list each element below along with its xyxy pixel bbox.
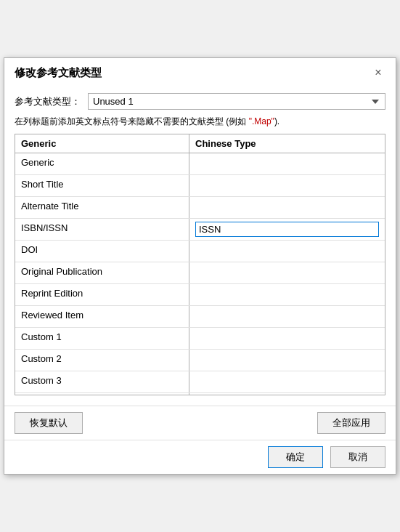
chinese-field-input[interactable] xyxy=(195,265,379,281)
title-bar: 修改参考文献类型 × xyxy=(4,58,396,86)
chinese-field-cell xyxy=(189,328,385,349)
confirm-row: 确定 取消 xyxy=(4,440,396,474)
generic-field-label: Custom 3 xyxy=(15,371,189,392)
chinese-field-input[interactable] xyxy=(195,309,379,324)
chinese-field-cell xyxy=(189,175,385,196)
apply-all-button[interactable]: 全部应用 xyxy=(317,412,385,434)
hint-highlight: ".Map" xyxy=(249,116,274,126)
chinese-field-cell xyxy=(189,219,385,240)
col-chinese-header: Chinese Type xyxy=(189,134,385,153)
chinese-field-input[interactable] xyxy=(195,200,379,215)
cancel-button[interactable]: 取消 xyxy=(330,446,385,468)
generic-field-label: Alternate Title xyxy=(15,197,189,218)
field-mapping-table: Generic Chinese Type GenericShort TitleA… xyxy=(15,134,385,395)
ref-type-select[interactable]: Unused 1 Unused 2 Unused 3 xyxy=(88,93,385,110)
hint-after: ). xyxy=(274,116,279,126)
generic-field-label: Original Publication xyxy=(15,262,189,283)
dialog-body: 参考文献类型： Unused 1 Unused 2 Unused 3 在列标题前… xyxy=(4,86,396,403)
chinese-field-input[interactable] xyxy=(195,331,379,346)
dialog: 修改参考文献类型 × 参考文献类型： Unused 1 Unused 2 Unu… xyxy=(4,57,396,475)
dialog-title: 修改参考文献类型 xyxy=(15,66,102,80)
chinese-field-cell xyxy=(189,306,385,327)
chinese-field-input[interactable] xyxy=(195,178,379,193)
chinese-field-cell xyxy=(189,153,385,174)
generic-field-label: ISBN/ISSN xyxy=(15,219,189,240)
chinese-field-cell xyxy=(189,262,385,283)
chinese-field-input[interactable] xyxy=(195,222,379,237)
generic-field-label: Short Title xyxy=(15,175,189,196)
confirm-button[interactable]: 确定 xyxy=(268,446,323,468)
footer-buttons: 恢复默认 全部应用 xyxy=(4,406,396,440)
table-row: Short Title xyxy=(15,175,385,197)
chinese-field-cell xyxy=(189,197,385,218)
generic-field-label: Generic xyxy=(15,153,189,174)
close-button[interactable]: × xyxy=(371,65,385,80)
generic-field-label: DOI xyxy=(15,241,189,262)
table-row: Reviewed Item xyxy=(15,306,385,328)
generic-field-label: Custom 1 xyxy=(15,328,189,349)
table-row: Original Publication xyxy=(15,262,385,284)
table-row: Alternate Title xyxy=(15,197,385,219)
table-row: Generic xyxy=(15,153,385,175)
generic-field-label: Reprint Edition xyxy=(15,284,189,305)
table-scroll-area[interactable]: GenericShort TitleAlternate TitleISBN/IS… xyxy=(15,153,385,395)
table-header: Generic Chinese Type xyxy=(15,134,385,153)
chinese-field-input[interactable] xyxy=(195,352,379,368)
table-row: Custom 1 xyxy=(15,328,385,350)
chinese-field-cell xyxy=(189,241,385,262)
ref-type-row: 参考文献类型： Unused 1 Unused 2 Unused 3 xyxy=(15,93,385,110)
chinese-field-input[interactable] xyxy=(195,243,379,259)
chinese-field-input[interactable] xyxy=(195,374,379,390)
table-row: Custom 4 xyxy=(15,393,385,395)
chinese-field-cell xyxy=(189,284,385,305)
hint-text: 在列标题前添加英文标点符号来隐藏不需要的文献类型 (例如 ".Map"). xyxy=(15,116,385,128)
table-row: ISBN/ISSN xyxy=(15,219,385,241)
col-generic-header: Generic xyxy=(15,134,189,153)
table-row: DOI xyxy=(15,241,385,262)
chinese-field-cell xyxy=(189,350,385,371)
ref-type-label: 参考文献类型： xyxy=(15,95,81,108)
table-row: Reprint Edition xyxy=(15,284,385,306)
generic-field-label: Custom 2 xyxy=(15,350,189,371)
chinese-field-cell xyxy=(189,393,385,395)
table-row: Custom 2 xyxy=(15,350,385,371)
chinese-field-cell xyxy=(189,371,385,392)
restore-default-button[interactable]: 恢复默认 xyxy=(15,412,83,434)
generic-field-label: Reviewed Item xyxy=(15,306,189,327)
hint-before: 在列标题前添加英文标点符号来隐藏不需要的文献类型 (例如 xyxy=(15,116,249,126)
chinese-field-input[interactable] xyxy=(195,156,379,172)
table-row: Custom 3 xyxy=(15,371,385,393)
generic-field-label: Custom 4 xyxy=(15,393,189,395)
chinese-field-input[interactable] xyxy=(195,287,379,302)
